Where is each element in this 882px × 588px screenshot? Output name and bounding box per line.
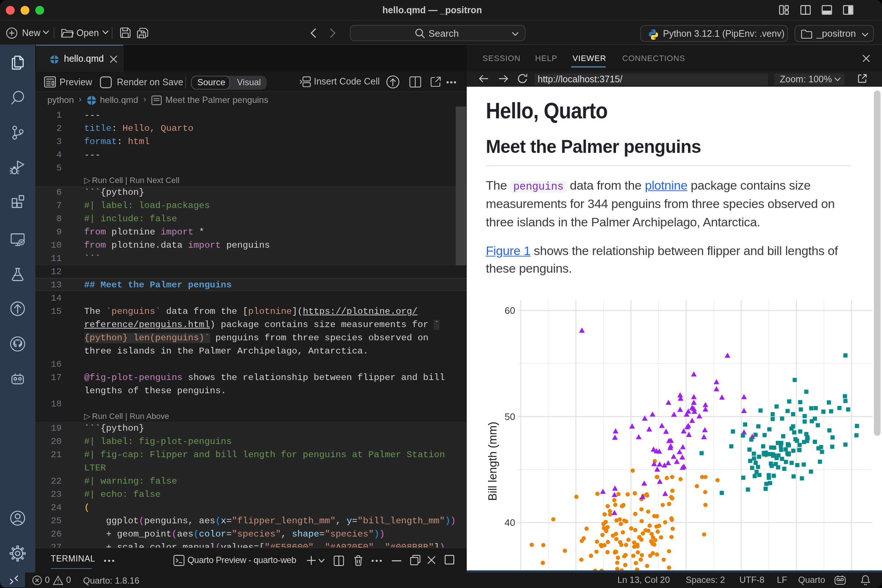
svg-text:50: 50 bbox=[505, 411, 515, 422]
svg-text:60: 60 bbox=[505, 305, 515, 316]
svg-text:Bill length (mm): Bill length (mm) bbox=[486, 422, 499, 501]
svg-text:40: 40 bbox=[505, 517, 515, 528]
